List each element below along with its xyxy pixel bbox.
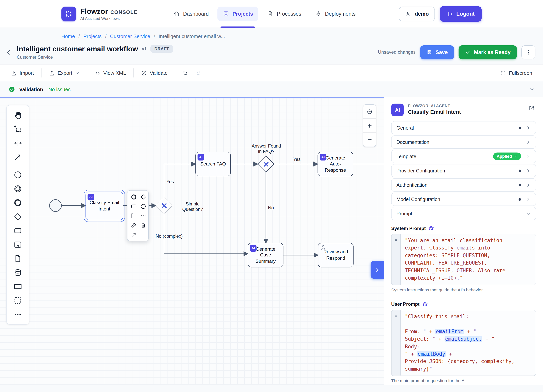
nav-deployments[interactable]: Deployments [310, 6, 361, 21]
flow-label[interactable]: Answer Found in FAQ? [252, 143, 281, 154]
more-palette-tools[interactable] [10, 307, 26, 321]
append-end-event-button[interactable] [130, 193, 138, 201]
create-gateway[interactable] [10, 210, 26, 224]
expression-gutter: = [392, 310, 401, 375]
zoom-in-button[interactable] [363, 119, 376, 132]
nav-dashboard[interactable]: Dashboard [168, 6, 214, 21]
bolt-icon [315, 11, 322, 17]
change-element-button[interactable] [130, 221, 138, 229]
create-data-store[interactable] [10, 266, 26, 279]
section-general[interactable]: General [391, 121, 536, 134]
create-subprocess[interactable] [10, 238, 26, 252]
create-task[interactable] [10, 224, 26, 238]
undo-button[interactable] [180, 67, 191, 79]
breadcrumb-customer-service[interactable]: Customer Service [110, 34, 150, 39]
create-intermediate-event[interactable] [10, 182, 26, 196]
template-applied-badge[interactable]: Applied [493, 153, 521, 160]
hand-tool[interactable] [10, 108, 26, 122]
breadcrumb-projects[interactable]: Projects [83, 34, 102, 39]
section-prompt[interactable]: Prompt [391, 207, 536, 220]
user-prompt-code[interactable]: "Classify this email: From: " + emailFro… [401, 310, 536, 375]
system-prompt-editor[interactable]: = "You are an email classificationexpert… [391, 234, 536, 285]
validate-button[interactable]: Validate [138, 67, 171, 79]
brand[interactable]: Flowzor CONSOLE AI Assisted Workflows [61, 6, 137, 21]
filled-indicator-dot [519, 169, 521, 172]
back-button[interactable] [3, 46, 14, 58]
user-menu-button[interactable]: demo [399, 6, 435, 21]
hand-tool-icon [13, 111, 23, 120]
export-button[interactable]: Export [46, 67, 83, 79]
check-circle-icon [8, 86, 15, 93]
save-button[interactable]: Save [420, 45, 454, 59]
flow-label[interactable]: Yes [293, 157, 300, 162]
user-prompt-editor[interactable]: = "Classify this email: From: " + emailF… [391, 310, 536, 376]
nav-processes[interactable]: Processes [262, 6, 306, 21]
brand-name: Flowzor [80, 7, 108, 16]
flow-label[interactable]: Simple Question? [182, 201, 203, 212]
redo-button[interactable] [193, 67, 204, 79]
document-icon [267, 11, 274, 17]
breadcrumb-home[interactable]: Home [61, 34, 75, 39]
main-nav: Dashboard Projects Processes Deployments [168, 6, 361, 21]
connect-button[interactable] [130, 230, 138, 239]
create-end-event[interactable] [10, 196, 26, 210]
append-gateway-button[interactable] [139, 193, 147, 201]
breadcrumb: Home / Projects / Customer Service / Int… [61, 28, 482, 43]
wrench-icon [130, 222, 137, 228]
lasso-tool[interactable] [10, 122, 26, 136]
plus-icon [367, 122, 373, 129]
minus-icon [367, 136, 373, 143]
group-icon [13, 296, 23, 305]
external-link-icon [528, 105, 535, 111]
append-intermediate-event-button[interactable] [139, 202, 147, 210]
section-template[interactable]: Template Applied [391, 150, 536, 163]
fx-expression-icon[interactable]: fx [422, 301, 427, 307]
zoom-reset-button[interactable] [363, 105, 376, 119]
data-store-icon [13, 268, 23, 277]
expression-gutter: = [392, 234, 401, 285]
create-group[interactable] [10, 294, 26, 307]
validation-bar[interactable]: Validation No issues [0, 81, 543, 97]
fx-expression-icon[interactable]: fx [429, 226, 434, 231]
chevron-down-icon [526, 211, 531, 216]
logout-button[interactable]: Logout [440, 6, 482, 22]
section-label: Template [396, 153, 416, 159]
section-model-configuration[interactable]: Model Configuration [391, 193, 536, 206]
section-documentation[interactable]: Documentation [391, 135, 536, 149]
flow-label[interactable]: No [268, 205, 274, 210]
create-participant[interactable] [10, 280, 26, 294]
labels-layer: YesSimple Question?Answer Found in FAQ?Y… [0, 98, 384, 385]
zoom-controls [363, 104, 376, 147]
system-prompt-code[interactable]: "You are an email classificationexpert. … [401, 234, 536, 285]
zoom-out-button[interactable] [363, 133, 376, 147]
toolbar-divider [175, 68, 175, 77]
create-start-event[interactable] [10, 168, 26, 182]
fullscreen-button[interactable]: Fullscreen [497, 67, 536, 79]
import-button[interactable]: Import [8, 67, 37, 79]
flow-label[interactable]: Yes [166, 179, 174, 184]
chevron-right-icon [526, 182, 531, 187]
create-data-object[interactable] [10, 252, 26, 266]
filled-indicator-dot [519, 198, 521, 201]
flow-label[interactable]: No (complex) [156, 233, 183, 239]
view-xml-button[interactable]: View XML [91, 67, 129, 79]
more-options-button[interactable] [139, 211, 147, 220]
section-authentication[interactable]: Authentication [391, 178, 536, 192]
expand-panel-button[interactable] [371, 261, 384, 279]
append-task-button[interactable] [130, 202, 138, 210]
chevron-right-icon [526, 197, 531, 202]
section-provider-configuration[interactable]: Provider Configuration [391, 164, 536, 177]
open-external-button[interactable] [527, 104, 536, 113]
breadcrumb-separator: / [78, 34, 80, 39]
append-text-annotation-button[interactable] [130, 211, 138, 220]
toolbar-divider [87, 68, 87, 77]
more-actions-button[interactable] [521, 45, 535, 59]
nav-projects[interactable]: Projects [217, 6, 258, 21]
delete-element-button[interactable] [139, 221, 147, 229]
global-connect-tool[interactable] [10, 150, 26, 164]
redo-icon [196, 70, 202, 76]
chevron-down-icon [529, 86, 535, 92]
workflow-canvas[interactable]: AIClassify Email IntentAISearch FAQAIGen… [0, 97, 384, 385]
space-tool[interactable] [10, 136, 26, 150]
mark-ready-button[interactable]: Mark as Ready [459, 45, 517, 59]
